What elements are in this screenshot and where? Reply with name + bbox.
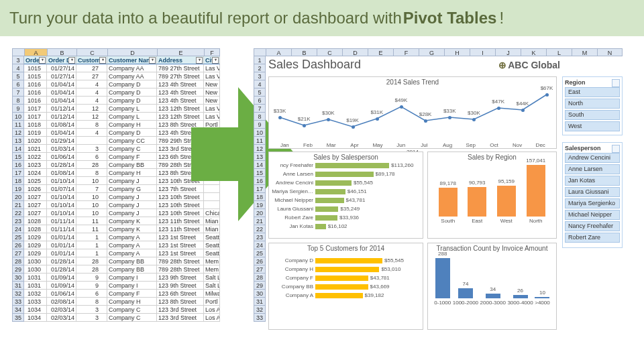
transaction-count-chart[interactable]: Transaction Count by Invoice Amount 2880… xyxy=(427,243,557,330)
salesperson-slicer[interactable]: Salesperson Andrew CenciniAnne LarsenJan… xyxy=(562,142,623,248)
slicer-item[interactable]: Laura Giussani xyxy=(565,187,620,197)
dashboard-title: Sales Dashboard xyxy=(268,58,635,72)
chart-title: 2014 Sales Trend xyxy=(269,78,556,86)
slicer-item[interactable]: Jan Kotas xyxy=(565,176,620,186)
slicer-title: Region xyxy=(565,79,620,86)
slicer-item[interactable]: Michael Neipper xyxy=(565,210,620,220)
banner-text-bold: Pivot Tables xyxy=(403,9,497,27)
slicer-item[interactable]: South xyxy=(565,110,620,120)
banner: Turn your data into a beautiful report o… xyxy=(0,0,644,36)
slicer-item[interactable]: Robert Zare xyxy=(565,233,620,243)
slicer-item[interactable]: North xyxy=(565,99,620,109)
banner-text-post: ! xyxy=(499,9,504,27)
brand-logo: ABC Global xyxy=(498,60,560,70)
top5-customers-chart[interactable]: Top 5 Customers for 2014 Company D$55,54… xyxy=(268,243,423,330)
chart-title: Sales by Salesperson xyxy=(269,154,423,161)
slicer-item[interactable]: Andrew Cencini xyxy=(565,153,620,163)
slicer-title: Salesperson xyxy=(565,145,620,152)
banner-text-pre: Turn your data into a beautiful report o… xyxy=(9,9,402,27)
chart-title: Top 5 Customers for 2014 xyxy=(269,245,423,252)
slicer-item[interactable]: Anne Larsen xyxy=(565,164,620,174)
slicer-item[interactable]: Nancy Freehafer xyxy=(565,221,620,231)
sales-by-region-chart[interactable]: Sales by Region 89,178South90,793East95,… xyxy=(427,152,557,239)
source-spreadsheet: ABCDEF 3Order▾Order Da▾Customer▾Customer… xyxy=(12,48,220,353)
sales-by-salesperson-chart[interactable]: Sales by Salesperson ncy Freehafer$113,2… xyxy=(268,152,423,239)
slicer-item[interactable]: Mariya Sergienko xyxy=(565,198,620,208)
slicer-item[interactable]: East xyxy=(565,87,620,97)
slicer-item[interactable]: West xyxy=(565,121,620,131)
trend-chart[interactable]: 2014 Sales Trend $33K$21K$30K$19K$31K$49… xyxy=(268,76,557,149)
dashboard: Sales Dashboard ABC Global 2014 Sales Tr… xyxy=(268,58,635,353)
region-slicer[interactable]: Region EastNorthSouthWest xyxy=(562,76,623,135)
